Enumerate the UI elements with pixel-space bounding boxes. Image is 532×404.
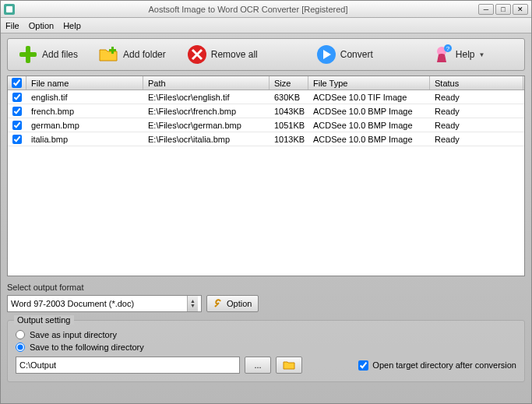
cell-path: E:\Files\ocr\french.bmp — [143, 105, 270, 118]
close-button[interactable]: ✕ — [513, 4, 528, 15]
toolbar: Add files Add folder Remove all Convert — [7, 38, 525, 71]
col-filename[interactable]: File name — [26, 76, 143, 90]
cell-size: 630KB — [270, 91, 308, 104]
col-path[interactable]: Path — [143, 76, 270, 90]
help-icon: ? — [431, 44, 453, 65]
table-row[interactable]: french.bmpE:\Files\ocr\french.bmp1043KBA… — [8, 104, 524, 118]
window-title: Aostsoft Image to Word OCR Converter [Re… — [18, 5, 478, 14]
cell-size: 1043KB — [270, 105, 308, 118]
cell-path: E:\Files\ocr\english.tif — [143, 91, 270, 104]
folder-plus-icon — [98, 44, 120, 65]
app-icon — [4, 4, 15, 15]
table-row[interactable]: italia.bmpE:\Files\ocr\italia.bmp1013KBA… — [8, 132, 524, 146]
cell-type: ACDSee 10.0 BMP Image — [308, 119, 430, 132]
help-button[interactable]: ? Help ▼ — [428, 42, 489, 67]
format-option-button[interactable]: Option — [206, 295, 259, 312]
cell-status: Ready — [430, 133, 523, 146]
cell-status: Ready — [430, 119, 523, 132]
cell-type: ACDSee 10.0 BMP Image — [308, 133, 430, 146]
svg-rect-3 — [19, 52, 37, 57]
format-row: Word 97-2003 Document (*.doc) ▲▼ Option — [7, 295, 525, 312]
chevron-down-icon: ▼ — [477, 51, 485, 58]
table-body: english.tifE:\Files\ocr\english.tif630KB… — [8, 90, 524, 146]
table-row[interactable]: english.tifE:\Files\ocr\english.tif630KB… — [8, 90, 524, 104]
cell-name: german.bmp — [26, 119, 143, 132]
remove-all-button[interactable]: Remove all — [183, 42, 261, 67]
add-files-button[interactable]: Add files — [14, 42, 81, 67]
table-row[interactable]: german.bmpE:\Files\ocr\german.bmp1051KBA… — [8, 118, 524, 132]
svg-rect-1 — [6, 6, 12, 12]
svg-rect-5 — [109, 49, 116, 51]
browse-button[interactable]: ... — [245, 357, 271, 374]
cell-path: E:\Files\ocr\italia.bmp — [143, 133, 270, 146]
open-target-checkbox[interactable]: Open target directory after conversion — [358, 360, 516, 371]
format-label: Select output format — [7, 283, 525, 292]
cell-name: english.tif — [26, 91, 143, 104]
menubar: File Option Help — [1, 18, 531, 33]
cell-status: Ready — [430, 105, 523, 118]
output-path-row: ... Open target directory after conversi… — [16, 357, 516, 374]
play-icon — [315, 44, 337, 65]
app-window: Aostsoft Image to Word OCR Converter [Re… — [0, 0, 532, 404]
row-checkbox[interactable] — [8, 91, 26, 104]
minimize-button[interactable]: ─ — [478, 4, 494, 15]
col-status[interactable]: Status — [430, 76, 523, 90]
cell-name: french.bmp — [26, 105, 143, 118]
cell-type: ACDSee 10.0 BMP Image — [308, 105, 430, 118]
window-controls: ─ □ ✕ — [478, 4, 528, 15]
content-area: Add files Add folder Remove all Convert — [1, 33, 531, 403]
col-checkbox[interactable] — [8, 76, 26, 90]
menu-help[interactable]: Help — [63, 21, 81, 30]
cell-size: 1013KB — [270, 133, 308, 146]
file-table: File name Path Size File Type Status eng… — [7, 76, 525, 276]
convert-button[interactable]: Convert — [312, 42, 376, 67]
menu-option[interactable]: Option — [29, 21, 54, 30]
cell-size: 1051KB — [270, 119, 308, 132]
maximize-button[interactable]: □ — [495, 4, 511, 15]
row-checkbox[interactable] — [8, 119, 26, 132]
output-fieldset: Output setting Save as input directory S… — [7, 320, 525, 382]
output-legend: Output setting — [14, 315, 74, 325]
wrench-icon — [213, 297, 224, 310]
open-folder-button[interactable] — [276, 357, 302, 374]
remove-icon — [186, 44, 208, 65]
stepper-arrows-icon: ▲▼ — [187, 296, 198, 311]
output-path-input[interactable] — [16, 357, 240, 374]
menu-file[interactable]: File — [5, 21, 19, 30]
plus-icon — [17, 44, 39, 65]
table-header: File name Path Size File Type Status — [8, 76, 524, 90]
row-checkbox[interactable] — [8, 105, 26, 118]
cell-type: ACDSee 10.0 TIF Image — [308, 91, 430, 104]
row-checkbox[interactable] — [8, 133, 26, 146]
radio-save-following[interactable]: Save to the following directory — [16, 343, 516, 352]
cell-path: E:\Files\ocr\german.bmp — [143, 119, 270, 132]
cell-name: italia.bmp — [26, 133, 143, 146]
add-folder-button[interactable]: Add folder — [95, 42, 169, 67]
svg-text:?: ? — [446, 45, 450, 52]
col-type[interactable]: File Type — [308, 76, 430, 90]
titlebar: Aostsoft Image to Word OCR Converter [Re… — [1, 1, 531, 18]
col-size[interactable]: Size — [270, 76, 308, 90]
format-select[interactable]: Word 97-2003 Document (*.doc) ▲▼ — [7, 295, 202, 312]
radio-save-input[interactable]: Save as input directory — [16, 330, 516, 339]
cell-status: Ready — [430, 91, 523, 104]
